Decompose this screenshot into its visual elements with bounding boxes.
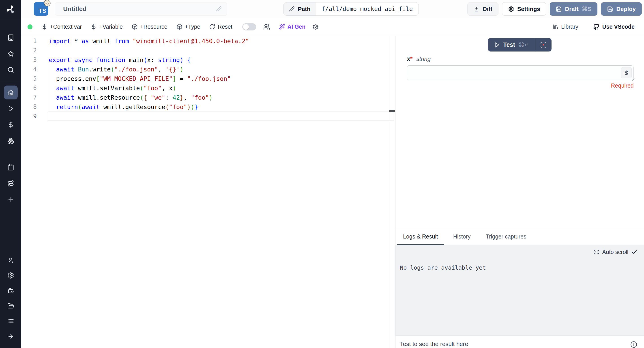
capture-run-button[interactable] [536, 38, 552, 52]
diff-icon [473, 6, 480, 12]
add-variable-label: +Variable [99, 24, 122, 30]
panel-spacer [396, 89, 644, 228]
code-line-1[interactable]: 1 import * as wmill from "windmill-clien… [21, 36, 395, 46]
sidebar-item-favorites[interactable] [4, 47, 18, 61]
wand-sparkles-icon [279, 24, 285, 30]
collaborators-button[interactable] [263, 24, 270, 30]
field-name: x* [407, 56, 413, 62]
ai-gen-button[interactable]: AI Gen [279, 24, 306, 30]
sidebar-item-workspace[interactable] [4, 31, 18, 44]
sidebar-group-bottom [0, 252, 21, 344]
sidebar-item-schedules[interactable] [4, 160, 18, 174]
editor-scrollbar[interactable] [389, 110, 395, 112]
script-title-input[interactable]: Untitled [55, 2, 227, 16]
draft-label: Draft [565, 6, 578, 12]
draft-button[interactable]: Draft ⌘S [550, 2, 598, 16]
sidebar-item-workers[interactable] [4, 284, 18, 298]
tab-trigger-captures[interactable]: Trigger captures [480, 228, 532, 245]
line-number: 9 [21, 113, 49, 120]
line-number: 1 [21, 38, 49, 44]
add-resource-button[interactable]: +Resource [132, 24, 168, 30]
args-form: x* string $ Required [407, 56, 634, 89]
sidebar-item-variables[interactable] [4, 118, 18, 132]
sidebar-group-main [0, 84, 21, 208]
deploy-button[interactable]: Deploy [601, 2, 642, 16]
tab-history[interactable]: History [447, 228, 477, 245]
path-value: f/all/demo_mocked_api_file [316, 2, 418, 16]
code-line-7[interactable]: 7 await wmill.setResource({ "we": 42}, "… [21, 93, 395, 102]
code-editor[interactable]: 1 import * as wmill from "windmill-clien… [21, 36, 395, 348]
sidebar [0, 0, 21, 348]
sidebar-item-resources[interactable] [4, 134, 18, 148]
test-button[interactable]: Test ⌘↵ [488, 38, 535, 52]
line-number: 2 [21, 47, 49, 54]
line-number: 8 [21, 104, 49, 110]
play-icon [494, 42, 500, 48]
add-type-button[interactable]: +Type [176, 24, 200, 30]
library-button[interactable]: Library [553, 24, 578, 30]
line-number: 6 [21, 85, 49, 91]
sidebar-item-settings[interactable] [4, 268, 18, 282]
insert-variable-button[interactable]: $ [621, 67, 632, 78]
pencil-icon [289, 6, 295, 12]
logs-section: Auto scroll No logs are available yet [396, 245, 644, 336]
logs-empty-text: No logs are available yet [400, 264, 637, 271]
package-icon [176, 24, 182, 30]
editor-settings-button[interactable] [312, 24, 319, 30]
reset-button[interactable]: Reset [209, 24, 232, 30]
x-input[interactable] [407, 66, 634, 80]
code-text: export async function main(x: string) { [49, 56, 191, 63]
toggle-knob [243, 24, 249, 30]
edit-title-pencil-icon[interactable] [216, 6, 222, 12]
test-shortcut: ⌘↵ [518, 42, 529, 48]
sidebar-item-audit-logs[interactable] [4, 314, 18, 328]
sidebar-item-add[interactable] [4, 192, 18, 206]
calendar-icon [8, 164, 14, 171]
autoscroll-checkbox[interactable] [631, 249, 637, 255]
code-line-2[interactable]: 2 [21, 46, 395, 55]
sidebar-item-user[interactable] [4, 253, 18, 267]
diff-label: Diff [482, 6, 492, 12]
user-icon [8, 257, 14, 264]
package-icon [132, 24, 138, 30]
sidebar-item-runs[interactable] [4, 102, 18, 116]
info-icon[interactable] [630, 341, 637, 348]
code-line-3[interactable]: 3 export async function main(x: string) … [21, 55, 395, 64]
path-button[interactable]: Path f/all/demo_mocked_api_file [283, 2, 419, 16]
settings-label: Settings [517, 6, 540, 12]
home-icon [8, 89, 14, 96]
save-icon [556, 6, 562, 12]
code-line-4[interactable]: 4 await Bun.write("./foo.json", '{}') [21, 64, 395, 74]
code-line-5[interactable]: 5 process.env["WM_MOCKED_API_FILE"] = ".… [21, 74, 395, 83]
current-line-highlight [48, 112, 394, 121]
add-resource-label: +Resource [140, 24, 168, 30]
sidebar-item-expand[interactable] [4, 330, 18, 343]
topbar: TS Untitled [21, 0, 644, 18]
result-placeholder: Test to see the result here [400, 340, 630, 348]
field-input-wrapper: $ [407, 66, 634, 80]
sidebar-item-home[interactable] [4, 86, 18, 100]
search-icon [8, 66, 14, 73]
use-vscode-button[interactable]: Use VScode [593, 24, 634, 30]
expand-icon[interactable] [594, 249, 599, 255]
tab-logs-result[interactable]: Logs & Result [397, 228, 444, 245]
multiplayer-toggle[interactable] [242, 23, 256, 30]
code-line-8[interactable]: 8 return(await wmill.getResource("foo"))… [21, 102, 395, 112]
add-context-var-button[interactable]: +Context var [42, 24, 82, 30]
sidebar-item-folders[interactable] [4, 299, 18, 313]
settings-button[interactable]: Settings [502, 2, 546, 16]
add-type-label: +Type [185, 24, 200, 30]
gear-icon [8, 272, 14, 279]
code-line-6[interactable]: 6 await wmill.setVariable("foo", x) [21, 83, 395, 93]
dollar-icon [91, 24, 97, 30]
required-hint: Required [407, 82, 634, 89]
diff-button[interactable]: Diff [467, 2, 498, 16]
windmill-logo[interactable] [0, 0, 21, 19]
sidebar-item-triggers[interactable] [4, 176, 18, 190]
add-variable-button[interactable]: +Variable [91, 24, 122, 30]
add-context-var-label: +Context var [50, 24, 82, 30]
building-icon [8, 34, 14, 41]
field-label-row: x* string [407, 56, 634, 62]
code-line-9[interactable]: 9 [21, 112, 395, 121]
sidebar-item-search[interactable] [4, 63, 18, 77]
